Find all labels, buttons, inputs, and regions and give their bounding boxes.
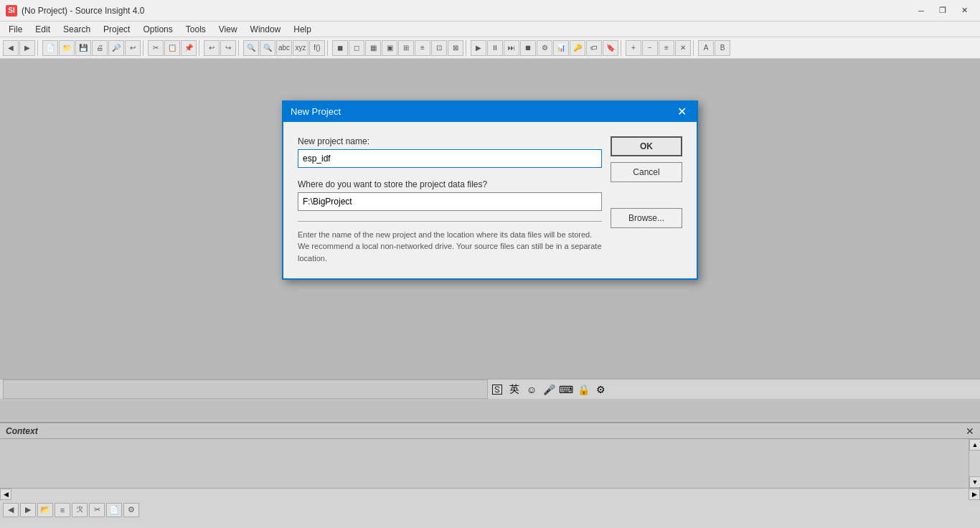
toolbar-btn-33[interactable]: 🔖	[603, 40, 618, 56]
toolbar-btn-17[interactable]: ◼	[332, 40, 348, 56]
toolbar-btn-22[interactable]: ≡	[415, 40, 430, 56]
toolbar-btn-25[interactable]: ▶	[471, 40, 486, 56]
menu-file[interactable]: File	[3, 22, 28, 37]
menu-tools[interactable]: Tools	[180, 22, 212, 37]
new-project-dialog[interactable]: New Project ✕ New project name: Where do…	[282, 100, 698, 280]
status-icon-4: 🎤	[541, 382, 557, 397]
menu-bar: File Edit Search Project Options Tools V…	[0, 22, 980, 37]
toolbar-btn-15[interactable]: xyz	[293, 40, 308, 56]
toolbar-btn-21[interactable]: ⊞	[398, 40, 414, 56]
toolbar-btn-2[interactable]: ▶	[19, 40, 35, 56]
ok-button[interactable]: OK	[611, 136, 682, 156]
toolbar-btn-8[interactable]: ↩	[125, 40, 141, 56]
toolbar-btn-19[interactable]: ▦	[365, 40, 381, 56]
scroll-left-arrow[interactable]: ◀	[0, 489, 11, 500]
scroll-down-arrow[interactable]: ▼	[969, 476, 980, 488]
toolbar-btn-34[interactable]: +	[626, 40, 641, 56]
project-name-label: New project name:	[298, 136, 602, 146]
cancel-button[interactable]: Cancel	[611, 162, 682, 182]
toolbar-redo[interactable]: ↪	[220, 40, 236, 56]
dialog-close-button[interactable]: ✕	[674, 106, 689, 118]
dialog-help-text: Enter the name of the new project and th…	[298, 229, 602, 265]
dialog-body: New project name: Where do you want to s…	[283, 122, 697, 279]
forward-button[interactable]: ▶	[20, 503, 36, 517]
menu-options[interactable]: Options	[137, 22, 178, 37]
bottom-toolbar: ◀ ▶ 📂 ≡ ℛ ✂ 📄 ⚙	[0, 499, 980, 519]
menu-window[interactable]: Window	[245, 22, 287, 37]
toolbar-sep-1	[37, 40, 40, 56]
project-path-label: Where do you want to store the project d…	[298, 179, 602, 189]
scroll-up-arrow[interactable]: ▲	[969, 439, 980, 451]
scroll-right-arrow[interactable]: ▶	[969, 489, 980, 500]
toolbar-sep-7	[621, 40, 623, 56]
status-left	[3, 380, 488, 399]
project-name-input[interactable]	[298, 149, 602, 168]
rel-button[interactable]: ℛ	[72, 503, 88, 517]
toolbar-btn-39[interactable]: B	[715, 40, 730, 56]
toolbar-btn-30[interactable]: 📊	[553, 40, 569, 56]
context-close-button[interactable]: ✕	[966, 425, 974, 437]
browse-button[interactable]: Browse...	[611, 208, 682, 228]
toolbar-btn-28[interactable]: ⏹	[520, 40, 536, 56]
toolbar-btn-31[interactable]: 🔑	[570, 40, 585, 56]
context-scrollbar[interactable]: ▲ ▼	[969, 439, 980, 488]
context-title: Context	[6, 426, 38, 436]
dialog-title: New Project	[291, 106, 341, 117]
menu-search[interactable]: Search	[57, 22, 96, 37]
toolbar-btn-3[interactable]: 📄	[42, 40, 58, 56]
toolbar-btn-14[interactable]: abc	[276, 40, 292, 56]
list-button[interactable]: ≡	[55, 503, 70, 517]
settings-button[interactable]: ⚙	[123, 503, 139, 517]
toolbar-btn-38[interactable]: A	[698, 40, 714, 56]
toolbar-btn-20[interactable]: ▣	[382, 40, 397, 56]
project-path-input[interactable]	[298, 192, 602, 211]
toolbar-btn-16[interactable]: f()	[309, 40, 325, 56]
toolbar-btn-27[interactable]: ⏭	[504, 40, 519, 56]
context-bar: Context ✕	[0, 423, 980, 439]
toolbar-btn-32[interactable]: 🏷	[586, 40, 602, 56]
toolbar-btn-9[interactable]: ✂	[148, 40, 164, 56]
menu-view[interactable]: View	[213, 22, 243, 37]
toolbar-btn-11[interactable]: 📌	[181, 40, 197, 56]
menu-help[interactable]: Help	[288, 22, 317, 37]
toolbar-btn-29[interactable]: ⚙	[537, 40, 552, 56]
open-button[interactable]: 📂	[37, 503, 53, 517]
toolbar-btn-13[interactable]: 🔍	[260, 40, 275, 56]
toolbar-btn-26[interactable]: ⏸	[487, 40, 503, 56]
back-button[interactable]: ◀	[3, 503, 19, 517]
clip-button[interactable]: ✂	[89, 503, 105, 517]
toolbar-btn-7[interactable]: 🔎	[108, 40, 124, 56]
toolbar-btn-35[interactable]: −	[642, 40, 658, 56]
toolbar-btn-24[interactable]: ⊠	[448, 40, 463, 56]
toolbar-btn-36[interactable]: ≡	[659, 40, 674, 56]
window-close-button[interactable]: ✕	[954, 4, 974, 18]
toolbar-undo[interactable]: ↩	[204, 40, 220, 56]
dialog-titlebar: New Project ✕	[283, 102, 697, 122]
dialog-separator	[298, 221, 602, 222]
toolbar-btn-6[interactable]: 🖨	[92, 40, 108, 56]
toolbar-btn-12[interactable]: 🔍	[243, 40, 259, 56]
title-text: SI (No Project) - Source Insight 4.0	[6, 5, 144, 16]
toolbar-btn-23[interactable]: ⊡	[431, 40, 447, 56]
toolbar-btn-4[interactable]: 📁	[59, 40, 75, 56]
menu-edit[interactable]: Edit	[29, 22, 56, 37]
toolbar-btn-10[interactable]: 📋	[164, 40, 180, 56]
menu-project[interactable]: Project	[98, 22, 136, 37]
toolbar-sep-8	[693, 40, 696, 56]
context-content: ▲ ▼	[0, 439, 980, 488]
title-bar: SI (No Project) - Source Insight 4.0 ─ ❐…	[0, 0, 980, 22]
restore-button[interactable]: ❐	[933, 4, 953, 18]
toolbar-btn-37[interactable]: ✕	[675, 40, 691, 56]
toolbar-btn-1[interactable]: ◀	[3, 40, 19, 56]
toolbar-sep-6	[466, 40, 468, 56]
minimize-button[interactable]: ─	[911, 4, 931, 18]
horizontal-scrollbar[interactable]: ◀ ▶	[0, 488, 980, 499]
bottom-panel: Context ✕ ▲ ▼ ◀ ▶ ◀ ▶ 📂 ≡ ℛ ✂ 📄 ⚙	[0, 422, 980, 528]
file-button[interactable]: 📄	[106, 503, 122, 517]
status-icon-3: ☺	[524, 382, 540, 397]
status-icon-5: ⌨	[558, 382, 574, 397]
status-bar: 🅂 英 ☺ 🎤 ⌨ 🔒 ⚙	[0, 379, 980, 399]
toolbar-sep-5	[327, 40, 330, 56]
toolbar-btn-5[interactable]: 💾	[75, 40, 91, 56]
toolbar-btn-18[interactable]: ◻	[349, 40, 364, 56]
